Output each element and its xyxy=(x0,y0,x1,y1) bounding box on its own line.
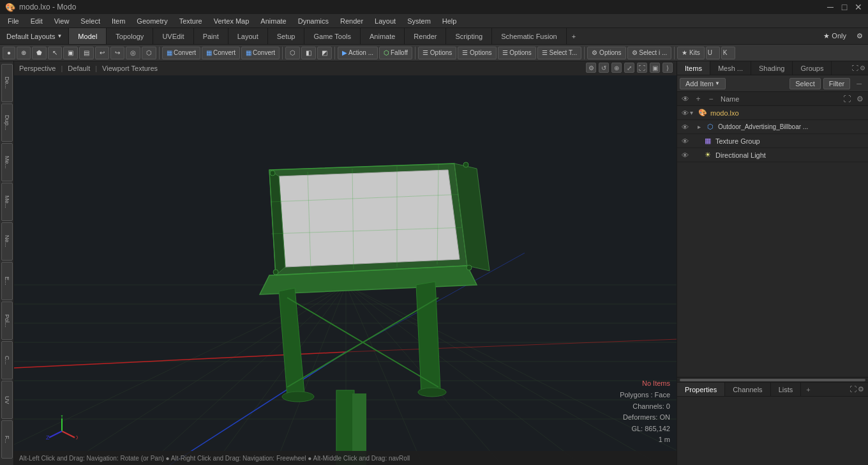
sidebar-tab-mes2[interactable]: Me... xyxy=(1,183,13,221)
add-item-button[interactable]: Add Item ▼ xyxy=(680,78,726,89)
tab-render[interactable]: Render xyxy=(405,28,446,44)
menu-geometry[interactable]: Geometry xyxy=(131,16,172,26)
sidebar-tab-ne[interactable]: Ne... xyxy=(1,222,13,261)
tab-schematic-fusion[interactable]: Schematic Fusion xyxy=(492,28,566,44)
tool-select-mode[interactable]: ● xyxy=(3,47,15,59)
minimize-button[interactable]: ─ xyxy=(826,3,835,11)
menu-help[interactable]: Help xyxy=(437,16,462,26)
menu-select[interactable]: Select xyxy=(75,16,105,26)
tool-action[interactable]: ▶ Action ... xyxy=(338,47,378,59)
tool-convert-mesh[interactable]: ▦ Convert xyxy=(202,47,240,59)
menu-animate[interactable]: Animate xyxy=(255,16,291,26)
tool-convert-edge[interactable]: ▦ Convert xyxy=(241,47,280,59)
tool-select-i[interactable]: ⚙ Select i ... xyxy=(627,47,672,59)
tool-circle[interactable]: ◎ xyxy=(126,47,140,59)
rp-gear-icon[interactable]: ⚙ xyxy=(860,65,865,72)
tree-item-texgroup[interactable]: 👁 ▦ Texture Group xyxy=(677,134,868,148)
menu-item[interactable]: Item xyxy=(107,16,130,26)
sidebar-tab-dup[interactable]: Dup... xyxy=(1,103,13,142)
tree-item-root[interactable]: 👁 ▾ 🎨 modo.lxo xyxy=(677,106,868,120)
menu-edit[interactable]: Edit xyxy=(26,16,48,26)
tool-convert-poly[interactable]: ▦ Convert xyxy=(162,47,200,59)
sidebar-tab-e[interactable]: E... xyxy=(1,262,13,300)
tree-item-dirlight[interactable]: 👁 ☀ Directional Light xyxy=(677,148,868,162)
rp-expand-icon[interactable]: ⛶ xyxy=(852,65,858,72)
menu-layout[interactable]: Layout xyxy=(370,16,401,26)
sidebar-tab-f[interactable]: F... xyxy=(1,420,13,459)
gear-icon[interactable]: ⚙ xyxy=(851,29,868,43)
tool-toggle2[interactable]: ◩ xyxy=(317,47,332,59)
menu-view[interactable]: View xyxy=(49,16,75,26)
menu-dynamics[interactable]: Dynamics xyxy=(293,16,334,26)
tree-eye-icon[interactable]: 👁 xyxy=(680,93,691,105)
tool-u[interactable]: U xyxy=(706,47,720,59)
tool-options1[interactable]: ☰ Options xyxy=(418,47,456,59)
bp-tab-lists[interactable]: Lists xyxy=(771,383,802,396)
sidebar-tab-mes1[interactable]: Me... xyxy=(1,143,13,181)
rp-tab-items[interactable]: Items xyxy=(677,61,710,75)
sidebar-tab-pol[interactable]: Pol... xyxy=(1,301,13,340)
select-button[interactable]: Select xyxy=(789,78,821,89)
bp-tab-properties[interactable]: Properties xyxy=(677,383,725,396)
menu-render[interactable]: Render xyxy=(335,16,368,26)
vp-default-label[interactable]: Default xyxy=(68,65,90,72)
tree-item-billboard[interactable]: 👁 ▸ ⬡ Outdoor_Advertising_Billboar ... xyxy=(677,120,868,134)
star-button[interactable]: ★ Only xyxy=(818,29,851,43)
sidebar-tab-de[interactable]: De... xyxy=(1,64,13,102)
tool-globe[interactable]: ⊕ xyxy=(17,47,31,59)
tool-undo[interactable]: ↩ xyxy=(95,47,109,59)
tool-box1[interactable]: ▣ xyxy=(63,47,78,59)
tool-select[interactable]: ↖ xyxy=(48,47,62,59)
tool-hex[interactable]: ⬡ xyxy=(142,47,156,59)
tool-options2[interactable]: ☰ Options xyxy=(458,47,496,59)
bp-add-tab-button[interactable]: + xyxy=(801,384,815,395)
vp-zoom-icon[interactable]: ⊕ xyxy=(611,63,622,73)
tree-gear-icon[interactable]: ⚙ xyxy=(854,93,865,105)
vp-rotate-icon[interactable]: ↺ xyxy=(599,63,609,73)
close-button[interactable]: ✕ xyxy=(854,3,863,11)
vp-fullscreen-icon[interactable]: ⛶ xyxy=(637,63,647,73)
tree-vis-texgroup[interactable]: 👁 xyxy=(680,136,690,146)
tab-setup[interactable]: Setup xyxy=(268,28,305,44)
tree-add-icon[interactable]: + xyxy=(692,93,704,105)
tree-vis-root[interactable]: 👁 xyxy=(680,108,690,118)
tab-layout[interactable]: Layout xyxy=(228,28,268,44)
vp-textures-label[interactable]: Viewport Textures xyxy=(102,65,158,72)
tool-options4[interactable]: ⚙ Options xyxy=(587,47,625,59)
rp-tab-shading[interactable]: Shading xyxy=(751,61,793,75)
bp-expand-icon[interactable]: ⛶ xyxy=(849,385,857,393)
vp-layout-icon[interactable]: ▣ xyxy=(650,63,660,73)
tool-select-t[interactable]: ☰ Select T... xyxy=(537,47,582,59)
vp-fit-icon[interactable]: ⤢ xyxy=(624,63,634,73)
tool-vertex[interactable]: ⬟ xyxy=(32,47,47,59)
items-minus-icon[interactable]: ─ xyxy=(853,79,865,89)
tab-scripting[interactable]: Scripting xyxy=(446,28,492,44)
tool-kits[interactable]: ★ Kits xyxy=(677,47,704,59)
tool-options3[interactable]: ☰ Options xyxy=(498,47,536,59)
menu-texture[interactable]: Texture xyxy=(174,16,207,26)
add-tab-button[interactable]: + xyxy=(567,30,581,43)
sidebar-tab-c[interactable]: C... xyxy=(1,341,13,379)
sidebar-tab-uv[interactable]: UV xyxy=(1,381,13,419)
filter-button[interactable]: Filter xyxy=(823,78,850,89)
tool-box2[interactable]: ▤ xyxy=(79,47,94,59)
tree-vis-dirlight[interactable]: 👁 xyxy=(680,150,690,160)
viewport[interactable]: Perspective | Default | Viewport Texture… xyxy=(14,61,677,465)
window-controls[interactable]: ─ □ ✕ xyxy=(826,3,863,11)
tool-toggle1[interactable]: ◧ xyxy=(301,47,316,59)
maximize-button[interactable]: □ xyxy=(840,3,849,11)
bp-gear-icon[interactable]: ⚙ xyxy=(858,385,864,393)
menu-vertex-map[interactable]: Vertex Map xyxy=(209,16,255,26)
tool-redo[interactable]: ↪ xyxy=(110,47,124,59)
tab-topology[interactable]: Topology xyxy=(107,28,153,44)
tree-expand-icon[interactable]: ⛶ xyxy=(841,93,853,105)
tool-transform[interactable]: ⬡ xyxy=(285,47,300,59)
rp-tab-groups[interactable]: Groups xyxy=(793,61,832,75)
items-scrollbar[interactable] xyxy=(680,379,865,381)
tree-arrow-root[interactable]: ▾ xyxy=(690,109,698,116)
bp-tab-channels[interactable]: Channels xyxy=(725,383,770,396)
vp-settings-icon[interactable]: ⚙ xyxy=(586,63,596,73)
tab-animate[interactable]: Animate xyxy=(361,28,405,44)
vp-expand-icon[interactable]: ⟩ xyxy=(662,63,673,73)
tab-paint[interactable]: Paint xyxy=(194,28,228,44)
